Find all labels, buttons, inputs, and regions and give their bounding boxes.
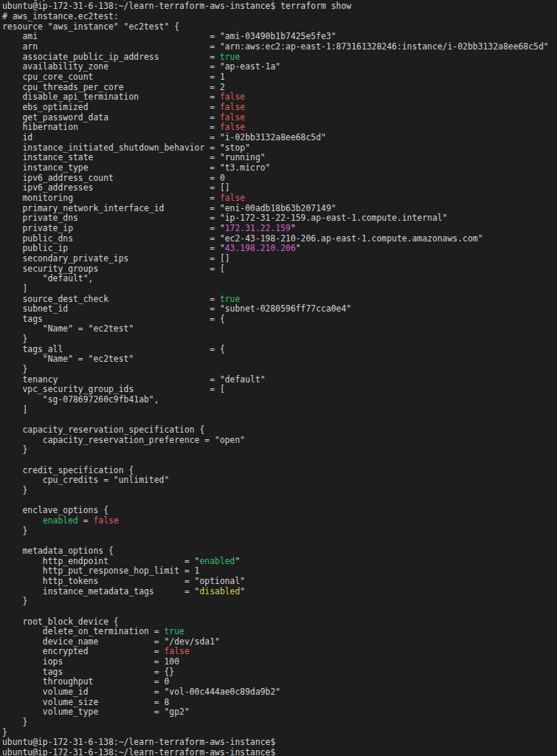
terminal-text-segment: http_put_response_hop_limit = 1 [2,566,199,576]
terminal-line: tags_all = { [2,345,557,355]
terminal-text-segment: ipv6_address_count = 0 [2,173,225,183]
terminal-line: delete_on_termination = true [2,627,557,637]
terminal-text-segment: ] [2,405,27,415]
terminal-text-segment: public_dns = "ec2-43-198-210-206.ap-east… [2,233,483,244]
terminal-line: credit_specification { [2,466,557,476]
terminal-line: "Name" = "ec2test" [2,324,557,334]
terminal-text-segment: " [240,586,245,597]
terminal-text-segment: true [220,52,240,62]
terminal-line: tags = {} [2,667,557,678]
terminal-text-segment: disable_api_termination = [2,92,220,102]
terminal-text-segment: private_dns = "ip-172-31-22-159.ap-east-… [2,213,447,223]
terminal-line: private_dns = "ip-172-31-22-159.ap-east-… [2,213,557,224]
terminal-text-segment: tenancy = "default" [2,374,266,385]
terminal-line: hibernation = false [2,123,557,133]
terminal-line: volume_size = 8 [2,698,557,708]
terminal-text-segment: cpu_core_count = 1 [2,72,225,82]
terminal-text-segment: volume_id = "vol-00c444ae0c89da9b2" [2,687,280,697]
terminal-text-segment: ebs_optimized = [2,102,220,112]
terminal-line: http_endpoint = "enabled" [2,557,557,567]
terminal-line: } [2,718,557,728]
terminal-line: volume_type = "gp2" [2,707,557,718]
terminal-text-segment: tags = { [2,314,225,324]
terminal-text-segment: metadata_options { [2,546,114,556]
terminal-line: http_put_response_hop_limit = 1 [2,566,557,577]
terminal-line: capacity_reservation_preference = "open" [2,436,557,446]
terminal-line: availability_zone = "ap-east-1a" [2,62,557,72]
terminal-text-segment: volume_size = 8 [2,697,169,707]
terminal-text-segment: = [78,515,94,526]
terminal-line: vpc_security_group_ids = [ [2,385,557,395]
terminal-line: capacity_reservation_specification { [2,425,557,436]
terminal-line: public_dns = "ec2-43-198-210-206.ap-east… [2,234,557,244]
terminal-text-segment: enabled [199,556,235,566]
terminal-line [2,456,557,466]
terminal-text-segment: } [2,364,27,374]
terminal-line [2,415,557,425]
terminal-text-segment: } [2,727,7,738]
terminal-text-segment: false [220,102,245,112]
terminal-line: ] [2,405,557,416]
terminal-text-segment: ipv6_addresses = [] [2,182,230,193]
terminal-line: root_block_device { [2,617,557,628]
terminal-text-segment: associate_public_ip_address = [2,52,220,62]
terminal-line: arn = "arn:aws:ec2:ap-east-1:87316132824… [2,42,557,52]
terminal-line: private_ip = "172.31.22.159" [2,224,557,234]
terminal-text-segment: 172.31.22.159 [225,223,291,233]
terminal-line: ebs_optimized = false [2,103,557,113]
terminal-text-segment: monitoring = [2,193,220,203]
terminal-line: ami = "ami-03490b1b7425e5fe3" [2,32,557,42]
terminal-line: monitoring = false [2,193,557,204]
terminal-text-segment: ] [2,284,27,294]
terminal-text-segment: secondary_private_ips = [] [2,253,230,264]
terminal-text-segment: true [220,294,240,304]
terminal-line: get_password_data = false [2,113,557,123]
terminal-line: cpu_threads_per_core = 2 [2,83,557,93]
terminal-line: associate_public_ip_address = true [2,52,557,63]
terminal-line: security_groups = [ [2,264,557,275]
terminal-text-segment: hibernation = [2,122,220,132]
terminal-text-segment: ubuntu@ip-172-31-6-138:~/learn-terraform… [2,737,275,747]
terminal-line: ipv6_address_count = 0 [2,173,557,184]
terminal-line: encrypted = false [2,647,557,657]
terminal-text-segment: capacity_reservation_preference = "open" [2,435,245,445]
terminal-text-segment: enclave_options { [2,505,108,515]
terminal-text-segment: capacity_reservation_specification { [2,425,204,435]
terminal-line: instance_state = "running" [2,153,557,163]
terminal-line: } [2,445,557,456]
terminal-text-segment: disabled [199,586,240,597]
terminal-line: } [2,728,557,738]
terminal-line: "default", [2,274,557,284]
terminal-text-segment: false [220,112,245,123]
terminal-line [2,607,557,617]
terminal-text-segment: # aws_instance.ec2test: [2,11,119,21]
terminal-text-segment: " [235,556,240,566]
terminal-text-segment: } [2,717,27,727]
terminal-line: } [2,365,557,375]
terminal-line: cpu_credits = "unlimited" [2,475,557,486]
terminal-text-segment: device_name = "/dev/sda1" [2,636,220,647]
terminal-line: } [2,526,557,537]
terminal-line: } [2,486,557,496]
terminal-line: http_tokens = "optional" [2,577,557,587]
terminal-line: tenancy = "default" [2,375,557,385]
terminal-line: throughput = 0 [2,677,557,687]
terminal-text-segment: encrypted = [2,646,164,656]
terminal-line: # aws_instance.ec2test: [2,12,557,22]
terminal-line: ubuntu@ip-172-31-6-138:~/learn-terraform… [2,1,557,12]
terminal-text-segment: cpu_threads_per_core = 2 [2,82,225,92]
terminal-text-segment: root_block_device { [2,616,119,627]
terminal-text-segment: enabled [43,515,78,526]
terminal-text-segment: source_dest_check = [2,294,220,304]
terminal-line: ubuntu@ip-172-31-6-138:~/learn-terraform… [2,738,557,748]
terminal-text-segment: id = "i-02bb3132a8ee68c5d" [2,132,326,142]
terminal-line [2,536,557,546]
terminal-text-segment: volume_type = "gp2" [2,707,190,717]
terminal-window[interactable]: ubuntu@ip-172-31-6-138:~/learn-terraform… [0,0,557,756]
terminal-text-segment [2,515,43,526]
terminal-text-segment: } [2,526,27,536]
terminal-line: } [2,334,557,345]
terminal-text-segment: iops = 100 [2,656,179,667]
terminal-text-segment: ubuntu@ip-172-31-6-138:~/learn-terraform… [2,1,351,11]
terminal-line: secondary_private_ips = [] [2,254,557,264]
